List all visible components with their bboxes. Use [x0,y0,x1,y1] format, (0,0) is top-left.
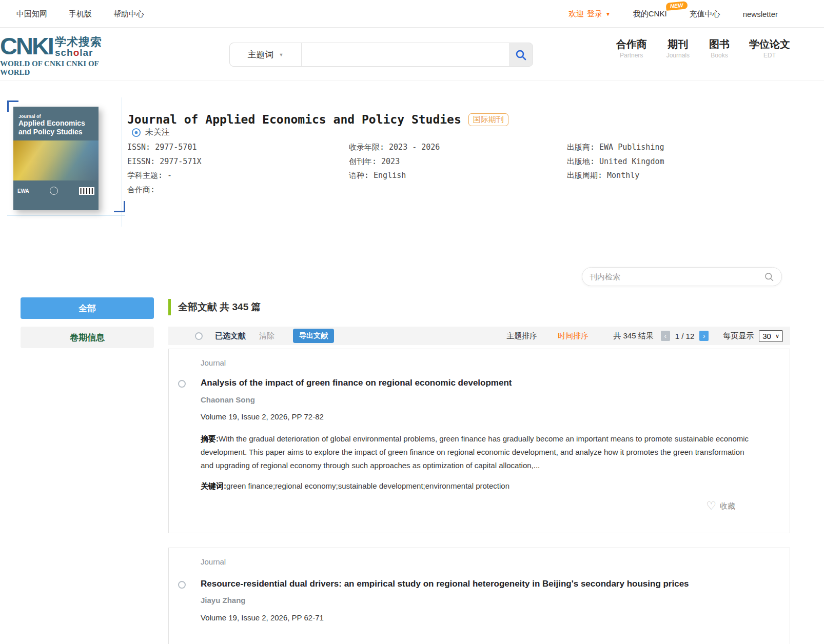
login-label: 登录 [587,9,602,19]
frequency-row: 出版周期: Monthly [567,169,664,183]
follow-status-label: 未关注 [145,127,170,138]
export-docs-button[interactable]: 导出文献 [293,329,334,343]
in-journal-search-icon[interactable] [764,272,774,282]
link-mobile-version[interactable]: 手机版 [69,9,92,19]
chevron-down-icon: ▼ [605,11,611,17]
eissn-row: EISSN: 2977-571X [127,155,202,169]
prev-page-button[interactable]: ‹ [661,331,670,341]
clear-button[interactable]: 清除 [259,331,274,341]
article-select-radio[interactable] [178,581,186,589]
new-badge: NEW [665,1,688,11]
nav-books-cn: 图书 [709,38,730,50]
results-count: 共 345 结果 [613,331,653,341]
topbar-left-links: 中国知网 手机版 帮助中心 [16,0,144,28]
green-accent-bar [168,299,171,315]
article-abstract: 摘要:With the gradual deterioration of glo… [201,432,758,472]
site-nav: 合作商 Partners 期刊 Journals 图书 Books 学位论文 E… [616,38,790,59]
article-title-link[interactable]: Analysis of the impact of green finance … [201,378,512,388]
article-volume-info: Volume 19, Issue 2, 2026, PP 72-82 [201,412,324,421]
heart-icon: ♡ [706,501,716,511]
nav-journals[interactable]: 期刊 Journals [666,38,690,59]
cover-title-line3: and Policy Studies [18,128,93,136]
logo-tagline: WORLD OF CNKI CNKI OF WORLD [0,59,128,77]
article-keywords: 关键词:green finance;regional economy;susta… [201,481,758,491]
article-card: Journal Resource-residential dual driver… [168,548,790,644]
nav-edt[interactable]: 学位论文 EDT [749,38,790,59]
nav-partners-cn: 合作商 [616,38,647,50]
my-cnki-link[interactable]: 我的CNKI NEW [633,9,667,19]
search-button[interactable] [509,43,533,66]
link-help-center[interactable]: 帮助中心 [113,9,144,19]
nav-partners[interactable]: 合作商 Partners [616,38,647,59]
sort-by-time-button[interactable]: 时间排序 [558,331,588,341]
selected-docs-button[interactable]: 已选文献 [215,331,246,341]
page-indicator: 1 / 12 [675,332,695,340]
publish-place-row: 出版地: United Kingdom [567,155,664,169]
search-icon [515,49,527,61]
recharge-center-link[interactable]: 充值中心 [690,9,720,19]
per-page-select[interactable]: 30 ∨ [759,330,783,342]
cover-guide-line-horizontal [7,215,125,216]
logo-magnifier-dot: o [73,47,80,58]
per-page-label: 每页显示 [723,331,754,341]
journal-info-col1: ISSN: 2977-5701 EISSN: 2977-571X 学科主题: -… [127,140,202,197]
cover-footer: EWA [13,180,99,201]
founded-year-row: 创刊年: 2023 [349,155,440,169]
abstract-label: 摘要: [201,434,219,443]
sidebar-tab-issues[interactable]: 卷期信息 [21,327,154,348]
per-page-value: 30 [762,332,771,340]
article-title-link[interactable]: Resource-residential dual drivers: an em… [201,579,689,589]
select-all-radio[interactable] [195,332,203,340]
follow-button[interactable]: 未关注 [131,127,170,138]
subject-row: 学科主题: - [127,169,202,183]
site-header: CNKI 学术搜索 scholar WORLD OF CNKI CNKI OF … [0,28,824,80]
cover-barcode [79,187,94,195]
newsletter-link[interactable]: newsletter [743,10,778,18]
publisher-row: 出版商: EWA Publishing [567,140,664,155]
article-volume-info: Volume 19, Issue 2, 2026, PP 62-71 [201,613,324,622]
topbar-right-links: 欢迎 登录 ▼ 我的CNKI NEW 充值中心 newsletter [568,0,778,28]
language-row: 语种: English [349,169,440,183]
sort-by-topic-button[interactable]: 主题排序 [506,331,537,341]
search-field-dropdown[interactable]: 主题词 ▼ [230,43,302,66]
cover-title-line1: Journal of [18,114,93,119]
page: 中国知网 手机版 帮助中心 欢迎 登录 ▼ 我的CNKI NEW 充值中心 ne… [0,0,824,644]
results-toolbar: 已选文献 清除 导出文献 主题排序 时间排序 共 345 结果 ‹ 1 / 12… [168,327,790,345]
journal-title: Journal of Applied Economics and Policy … [127,113,461,126]
cover-artwork [13,140,99,180]
nav-journals-cn: 期刊 [666,38,690,50]
article-type-label: Journal [201,358,226,367]
favorite-button[interactable]: ♡ 收藏 [706,501,735,511]
cover-seal-icon [50,187,58,195]
login-button[interactable]: 欢迎 登录 ▼ [568,9,611,19]
logo-scholar-text: scholar [55,48,93,57]
article-author-link[interactable]: Jiayu Zhang [201,596,246,605]
article-select-radio[interactable] [178,380,186,388]
nav-edt-en: EDT [749,52,790,59]
issn-row: ISSN: 2977-5701 [127,140,202,155]
search-input[interactable] [302,43,509,66]
article-type-label: Journal [201,557,226,566]
journal-cover-image[interactable]: Journal of Applied Economics and Policy … [13,107,99,210]
logo-cnki-text: CNKI [0,35,53,57]
cnki-scholar-logo[interactable]: CNKI 学术搜索 scholar WORLD OF CNKI CNKI OF … [0,35,128,77]
in-journal-search-input[interactable] [590,272,764,281]
next-page-button[interactable]: › [699,331,709,341]
top-utility-bar: 中国知网 手机版 帮助中心 欢迎 登录 ▼ 我的CNKI NEW 充值中心 ne… [0,0,824,28]
sidebar-tab-all[interactable]: 全部 [21,297,154,319]
coverage-years-row: 收录年限: 2023 - 2026 [349,140,440,155]
link-cnki-home[interactable]: 中国知网 [16,9,47,19]
journal-info-col2: 收录年限: 2023 - 2026 创刊年: 2023 语种: English [349,140,440,183]
article-card: Journal Analysis of the impact of green … [168,349,790,533]
nav-edt-cn: 学位论文 [749,38,790,50]
article-author-link[interactable]: Chaonan Song [201,395,255,404]
results-header: 全部文献 共 345 篇 [168,299,261,315]
nav-books[interactable]: 图书 Books [709,38,730,59]
in-journal-search-box [582,267,782,286]
select-chevron-icon: ∨ [775,333,779,339]
search-field-label: 主题词 [248,49,274,61]
journal-info-col3: 出版商: EWA Publishing 出版地: United Kingdom … [567,140,664,183]
partner-row: 合作商: [127,183,202,197]
results-title: 全部文献 共 345 篇 [178,300,261,314]
cover-title-line2: Applied Economics [18,119,93,128]
